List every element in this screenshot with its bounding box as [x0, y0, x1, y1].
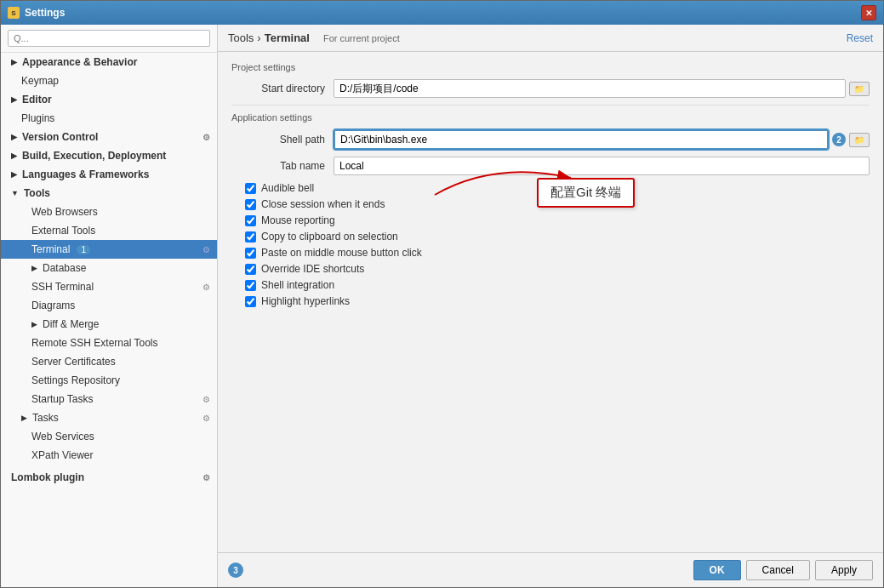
- shell-path-folder-button[interactable]: 📁: [849, 133, 870, 147]
- shell-path-input[interactable]: [334, 129, 829, 150]
- shell-path-row: Shell path 2 📁: [231, 129, 870, 150]
- reset-button[interactable]: Reset: [847, 32, 873, 44]
- mouse-reporting-checkbox[interactable]: [245, 215, 256, 226]
- paste-middle-row: Paste on middle mouse button click: [231, 247, 870, 259]
- sidebar-item-label: Tasks: [32, 412, 59, 424]
- project-settings-title: Project settings: [231, 62, 870, 72]
- tab-name-input[interactable]: [334, 157, 870, 175]
- right-panel: Tools › Terminal For current project Res…: [218, 25, 883, 587]
- sidebar-item-diff-merge[interactable]: ▶ Diff & Merge: [1, 315, 217, 334]
- sidebar-item-label: Terminal: [31, 243, 70, 255]
- sidebar-item-external-tools[interactable]: External Tools: [1, 221, 217, 240]
- expand-arrow: ▶: [21, 414, 27, 422]
- help-badge[interactable]: 3: [228, 562, 243, 578]
- sidebar-item-web-services[interactable]: Web Services: [1, 427, 217, 446]
- sidebar-item-label: Appearance & Behavior: [22, 56, 137, 68]
- mouse-reporting-label: Mouse reporting: [261, 214, 335, 226]
- expand-arrow: ▼: [11, 189, 19, 197]
- sidebar-item-label: Server Certificates: [31, 356, 116, 368]
- breadcrumb-separator: ›: [257, 31, 260, 44]
- terminal-badge: 1: [77, 245, 90, 254]
- start-directory-input[interactable]: [334, 79, 846, 98]
- sidebar-item-label: Lombok plugin: [11, 471, 84, 483]
- copy-clipboard-label: Copy to clipboard on selection: [261, 231, 398, 243]
- panel-header: Tools › Terminal For current project Res…: [218, 25, 883, 52]
- sidebar-item-server-certs[interactable]: Server Certificates: [1, 352, 217, 371]
- settings-icon: ⚙: [202, 133, 210, 142]
- apply-button[interactable]: Apply: [815, 560, 873, 580]
- sidebar-item-keymap[interactable]: Keymap: [1, 71, 217, 90]
- sync-icon: ⚙: [202, 395, 210, 404]
- sidebar-item-tools[interactable]: ▼ Tools: [1, 184, 217, 203]
- highlight-hyperlinks-label: Highlight hyperlinks: [261, 295, 350, 307]
- sidebar-item-label: Build, Execution, Deployment: [22, 150, 166, 162]
- sidebar-item-label: External Tools: [31, 225, 95, 237]
- shell-integration-checkbox[interactable]: [245, 280, 256, 291]
- sidebar-item-tasks[interactable]: ▶ Tasks ⚙: [1, 408, 217, 427]
- sidebar-item-diagrams[interactable]: Diagrams: [1, 296, 217, 315]
- start-directory-folder-button[interactable]: 📁: [849, 82, 870, 96]
- audible-bell-checkbox[interactable]: [245, 183, 256, 194]
- cancel-button[interactable]: Cancel: [746, 560, 810, 580]
- sync-icon: ⚙: [202, 283, 210, 292]
- sidebar-item-label: Diff & Merge: [43, 318, 99, 330]
- app-settings-title: Application settings: [231, 112, 870, 123]
- override-ide-label: Override IDE shortcuts: [261, 263, 364, 275]
- close-session-checkbox[interactable]: [245, 199, 256, 210]
- sidebar-item-web-browsers[interactable]: Web Browsers: [1, 203, 217, 221]
- search-box: [1, 25, 217, 53]
- sidebar-item-plugins[interactable]: Plugins: [1, 109, 217, 128]
- expand-arrow: ▶: [11, 58, 17, 66]
- app-icon: S: [8, 7, 20, 19]
- sidebar-item-xpath-viewer[interactable]: XPath Viewer: [1, 446, 217, 465]
- sidebar-item-label: Languages & Frameworks: [22, 168, 149, 180]
- sidebar-item-build[interactable]: ▶ Build, Execution, Deployment: [1, 146, 217, 165]
- audible-bell-row: Audible bell: [231, 182, 870, 194]
- sidebar-item-lombok[interactable]: Lombok plugin ⚙: [1, 468, 217, 487]
- divider: [231, 105, 870, 106]
- sidebar-item-label: SSH Terminal: [31, 281, 94, 293]
- sync-icon: ⚙: [202, 473, 210, 482]
- shell-integration-label: Shell integration: [261, 279, 334, 291]
- tab-name-label: Tab name: [231, 160, 325, 172]
- sidebar-item-label: Startup Tasks: [31, 393, 93, 405]
- sidebar-item-remote-ssh[interactable]: Remote SSH External Tools: [1, 334, 217, 352]
- close-button[interactable]: ✕: [861, 5, 876, 20]
- sidebar-item-startup-tasks[interactable]: Startup Tasks ⚙: [1, 390, 217, 408]
- paste-middle-checkbox[interactable]: [245, 248, 256, 259]
- for-current-project[interactable]: For current project: [323, 33, 400, 43]
- info-icon[interactable]: 2: [832, 133, 846, 146]
- sidebar-item-version-control[interactable]: ▶ Version Control ⚙: [1, 128, 217, 146]
- breadcrumb-parent: Tools: [228, 31, 254, 44]
- paste-middle-label: Paste on middle mouse button click: [261, 247, 422, 259]
- sidebar-item-ssh-terminal[interactable]: SSH Terminal ⚙: [1, 277, 217, 296]
- ok-button[interactable]: OK: [693, 560, 741, 580]
- expand-arrow: ▶: [31, 264, 37, 272]
- copy-clipboard-checkbox[interactable]: [245, 231, 256, 243]
- start-directory-row: Start directory 📁: [231, 79, 870, 98]
- panel-content: Project settings Start directory 📁 Appli…: [218, 52, 883, 552]
- expand-arrow: ▶: [11, 133, 17, 141]
- search-input[interactable]: [8, 30, 210, 47]
- sync-icon: ⚙: [202, 414, 210, 423]
- sidebar-item-database[interactable]: ▶ Database: [1, 259, 217, 277]
- sidebar-item-label: Web Services: [31, 431, 94, 442]
- title-bar-left: S Settings: [8, 7, 65, 19]
- sidebar-item-label: Database: [43, 262, 86, 274]
- sidebar-item-editor[interactable]: ▶ Editor: [1, 90, 217, 109]
- start-directory-input-group: 📁: [334, 79, 870, 98]
- sidebar-item-settings-repo[interactable]: Settings Repository: [1, 371, 217, 390]
- sidebar-item-terminal[interactable]: Terminal 1 ⚙: [1, 240, 217, 259]
- sidebar-item-label: Tools: [24, 187, 50, 199]
- override-ide-row: Override IDE shortcuts: [231, 263, 870, 275]
- sidebar-item-label: Editor: [22, 94, 52, 106]
- sidebar-item-label: Diagrams: [31, 300, 75, 311]
- sidebar-item-appearance[interactable]: ▶ Appearance & Behavior: [1, 53, 217, 71]
- window-title: Settings: [25, 7, 65, 19]
- main-content: ▶ Appearance & Behavior Keymap ▶ Editor …: [1, 25, 883, 587]
- sync-icon: ⚙: [202, 245, 210, 254]
- highlight-hyperlinks-checkbox[interactable]: [245, 296, 256, 307]
- expand-arrow: ▶: [31, 320, 37, 328]
- override-ide-checkbox[interactable]: [245, 264, 256, 275]
- sidebar-item-languages[interactable]: ▶ Languages & Frameworks: [1, 165, 217, 184]
